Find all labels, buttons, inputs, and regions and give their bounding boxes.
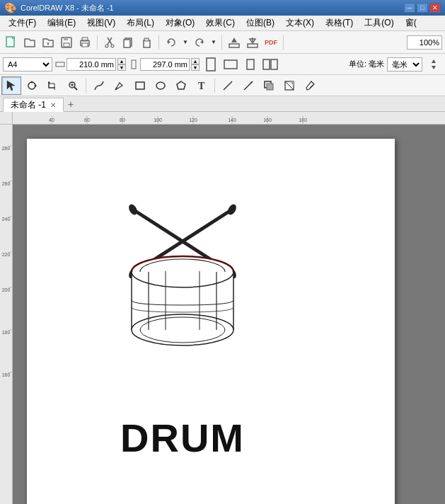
menu-edit[interactable]: 编辑(E) [42,16,81,30]
cut-button[interactable] [101,34,118,51]
pen-tool[interactable] [110,76,129,95]
redo-dropdown-button[interactable]: ▼ [209,34,218,51]
connector-tool[interactable] [238,76,258,95]
menu-bar: 文件(F) 编辑(E) 视图(V) 布局(L) 对象(O) 效果(C) 位图(B… [0,16,445,31]
print-button[interactable] [76,34,93,51]
svg-point-77 [132,314,233,345]
tool-sep-2 [214,79,215,93]
page-size-select[interactable]: A4 [3,57,52,71]
menu-view[interactable]: 视图(V) [81,16,121,30]
svg-rect-23 [132,60,136,69]
maximize-button[interactable]: □ [417,3,428,13]
facing-pages-button[interactable] [262,56,279,73]
minimize-button[interactable]: ─ [404,3,415,13]
app-icon: 🎨 [4,2,16,13]
new-button[interactable] [3,34,20,51]
save-button[interactable] [58,34,75,51]
menu-window[interactable]: 窗( [400,16,422,30]
paste-button[interactable] [138,34,155,51]
freehand-tool[interactable] [89,76,109,95]
left-ruler: 280 260 240 220 200 180 160 [0,125,13,504]
select-tool[interactable] [1,76,21,95]
width-input[interactable] [67,58,116,71]
tab-close-icon[interactable]: ✕ [50,101,56,109]
window-controls: ─ □ ✕ [404,3,441,13]
svg-text:▼: ▼ [46,42,50,46]
tab-bar: 未命名 -1 ✕ + [0,96,445,112]
open-recent-button[interactable]: ▼ [40,34,57,51]
svg-rect-47 [267,84,273,90]
zoom-tool[interactable] [63,76,83,95]
ellipse-tool[interactable] [151,76,171,95]
unit-select[interactable]: 毫米 [387,57,422,71]
svg-rect-19 [248,44,258,47]
menu-tools[interactable]: 工具(O) [359,16,399,30]
undo-dropdown-button[interactable]: ▼ [181,34,190,51]
width-up[interactable]: ▲ [117,58,126,64]
canvas-scroll[interactable]: DRUM [13,125,445,504]
menu-bitmap[interactable]: 位图(B) [241,16,280,30]
svg-rect-14 [144,38,149,41]
drum-text: DRUM [120,415,245,461]
line-tool[interactable] [218,76,238,95]
tab-label: 未命名 -1 [11,99,46,111]
svg-rect-24 [207,58,215,71]
unit-label: 单位: 毫米 [349,59,384,69]
eyedropper-tool[interactable] [300,76,320,95]
ruler-corner [0,112,13,125]
height-icon [129,59,139,69]
transparency-tool[interactable] [279,76,299,95]
svg-marker-18 [231,38,237,42]
document-tab[interactable]: 未命名 -1 ✕ [3,98,64,112]
svg-text:T: T [198,81,205,91]
redo-button[interactable] [191,34,208,51]
toolbar-separator-1 [97,35,98,50]
svg-rect-39 [136,82,144,89]
menu-table[interactable]: 表格(T) [320,16,359,30]
height-down[interactable]: ▼ [191,64,200,71]
height-up[interactable]: ▲ [191,58,200,64]
width-group: ▲ ▼ [55,58,126,71]
svg-rect-8 [82,43,88,47]
svg-rect-25 [224,60,237,69]
svg-point-33 [31,81,33,83]
width-spinner[interactable]: ▲ ▼ [117,58,126,71]
h-ruler-ticks [13,112,445,125]
svg-marker-41 [177,81,185,89]
shape-tool[interactable] [22,76,42,95]
height-spinner[interactable]: ▲ ▼ [191,58,200,71]
height-input[interactable] [140,58,190,71]
copy-button[interactable] [120,34,137,51]
portrait-button[interactable] [202,56,219,73]
title-text: CorelDRAW X8 - 未命名 -1 [21,3,404,13]
pdf-button[interactable]: PDF [262,34,279,51]
polygon-tool[interactable] [171,76,191,95]
menu-text[interactable]: 文本(X) [280,16,320,30]
shadow-tool[interactable] [259,76,279,95]
import-button[interactable] [226,34,243,51]
svg-rect-4 [64,38,68,40]
landscape-button[interactable] [222,56,239,73]
single-page-button[interactable] [242,56,259,73]
open-button[interactable] [21,34,38,51]
crop-tool[interactable] [42,76,62,95]
menu-effects[interactable]: 效果(C) [200,16,241,30]
width-down[interactable]: ▼ [117,64,126,71]
export-button[interactable] [244,34,261,51]
new-tab-button[interactable]: + [64,97,78,111]
zoom-input[interactable] [407,35,442,50]
menu-file[interactable]: 文件(F) [3,16,42,30]
close-button[interactable]: ✕ [429,3,441,13]
svg-point-40 [156,82,165,89]
undo-button[interactable] [163,34,180,51]
svg-marker-16 [200,40,203,44]
toolbar-separator-2 [158,35,159,50]
nudge-settings-button[interactable] [425,56,442,73]
menu-layout[interactable]: 布局(L) [121,16,160,30]
menu-object[interactable]: 对象(O) [160,16,200,30]
top-ruler: 40 60 80 100 120 140 160 180 [13,112,445,125]
text-tool[interactable]: T [192,76,212,95]
svg-point-10 [111,45,114,47]
toolbar-separator-4 [283,35,284,50]
rectangle-tool[interactable] [130,76,150,95]
